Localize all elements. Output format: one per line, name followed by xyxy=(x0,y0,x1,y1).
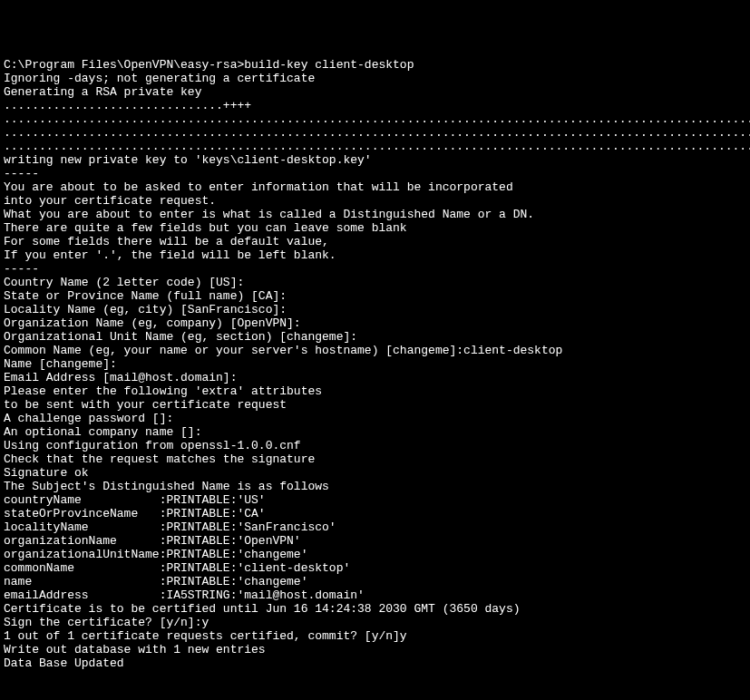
terminal-line: Certificate is to be certified until Jun… xyxy=(4,602,746,616)
terminal-line: emailAddress :IA5STRING:'mail@host.domai… xyxy=(4,588,746,602)
terminal-line: Please enter the following 'extra' attri… xyxy=(4,384,746,398)
terminal-line: The Subject's Distinguished Name is as f… xyxy=(4,480,746,493)
terminal-line: If you enter '.', the field will be left… xyxy=(4,248,746,262)
terminal-output[interactable]: C:\Program Files\OpenVPN\easy-rsa>build-… xyxy=(4,58,746,670)
terminal-line: countryName :PRINTABLE:'US' xyxy=(4,493,746,507)
terminal-line: commonName :PRINTABLE:'client-desktop' xyxy=(4,561,746,575)
terminal-line: Email Address [mail@host.domain]: xyxy=(4,371,746,384)
terminal-line: Locality Name (eg, city) [SanFrancisco]: xyxy=(4,303,746,316)
terminal-line: C:\Program Files\OpenVPN\easy-rsa>build-… xyxy=(4,58,746,72)
terminal-line: Organizational Unit Name (eg, section) [… xyxy=(4,330,746,344)
terminal-line: ----- xyxy=(4,167,746,180)
terminal-line: ----- xyxy=(4,262,746,276)
terminal-line: Signature ok xyxy=(4,466,746,480)
terminal-line: ........................................… xyxy=(4,140,746,153)
terminal-line: organizationName :PRINTABLE:'OpenVPN' xyxy=(4,534,746,548)
terminal-line: Sign the certificate? [y/n]:y xyxy=(4,616,746,629)
terminal-line: into your certificate request. xyxy=(4,194,746,208)
terminal-line: For some fields there will be a default … xyxy=(4,235,746,248)
terminal-line: You are about to be asked to enter infor… xyxy=(4,180,746,194)
terminal-line: ...............................++++ xyxy=(4,99,746,112)
terminal-line: Write out database with 1 new entries xyxy=(4,643,746,656)
terminal-line: Using configuration from openssl-1.0.0.c… xyxy=(4,439,746,452)
terminal-line: What you are about to enter is what is c… xyxy=(4,208,746,221)
terminal-line: localityName :PRINTABLE:'SanFrancisco' xyxy=(4,520,746,534)
terminal-line: Name [changeme]: xyxy=(4,357,746,371)
terminal-line: to be sent with your certificate request xyxy=(4,398,746,412)
terminal-line: Generating a RSA private key xyxy=(4,85,746,99)
terminal-line: 1 out of 1 certificate requests certifie… xyxy=(4,629,746,643)
terminal-line: Organization Name (eg, company) [OpenVPN… xyxy=(4,316,746,330)
terminal-line: State or Province Name (full name) [CA]: xyxy=(4,289,746,303)
terminal-line: organizationalUnitName:PRINTABLE:'change… xyxy=(4,548,746,561)
terminal-line: writing new private key to 'keys\client-… xyxy=(4,153,746,167)
terminal-line: An optional company name []: xyxy=(4,425,746,439)
terminal-line: name :PRINTABLE:'changeme' xyxy=(4,575,746,588)
terminal-line: ........................................… xyxy=(4,126,746,140)
terminal-line: ........................................… xyxy=(4,112,746,126)
terminal-line: Country Name (2 letter code) [US]: xyxy=(4,276,746,289)
terminal-line: Ignoring -days; not generating a certifi… xyxy=(4,72,746,85)
terminal-line: stateOrProvinceName :PRINTABLE:'CA' xyxy=(4,507,746,520)
terminal-line: A challenge password []: xyxy=(4,412,746,425)
terminal-line: Check that the request matches the signa… xyxy=(4,452,746,466)
terminal-line: There are quite a few fields but you can… xyxy=(4,221,746,235)
terminal-line: Data Base Updated xyxy=(4,656,746,670)
terminal-line: Common Name (eg, your name or your serve… xyxy=(4,344,746,357)
